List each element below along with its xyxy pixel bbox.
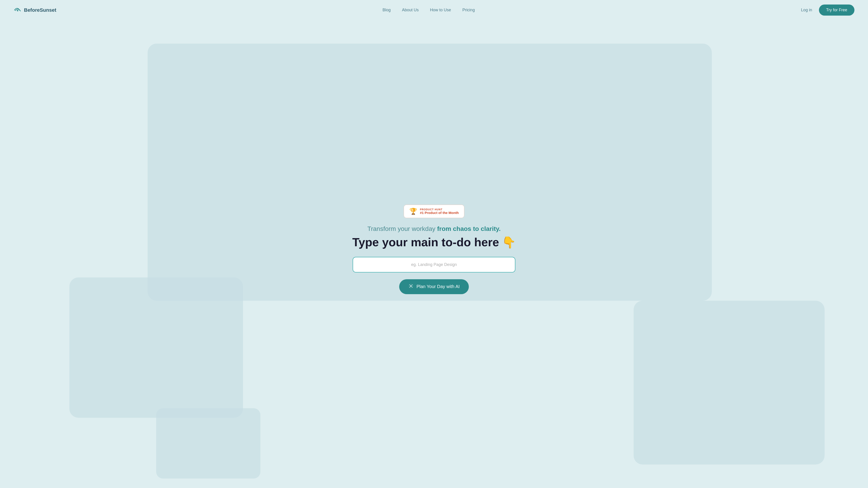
svg-point-0 [17, 10, 18, 11]
svg-point-1 [410, 285, 412, 287]
try-free-button[interactable]: Try for Free [819, 4, 855, 15]
plan-button-label: Plan Your Day with AI [416, 284, 460, 289]
headline-highlight: from chaos to clarity. [437, 225, 501, 232]
plan-button-icon [408, 283, 414, 290]
badge-title: #1 Product of the Month [420, 211, 459, 215]
headline-main: Type your main to-do here 👇 [352, 235, 516, 250]
nav-item-how-to-use[interactable]: How to Use [430, 8, 451, 12]
blob-right [633, 301, 825, 464]
nav-item-pricing[interactable]: Pricing [462, 8, 475, 12]
nav-item-about[interactable]: About Us [402, 8, 418, 12]
headline: Transform your workday from chaos to cla… [352, 225, 516, 250]
nav-links: Blog About Us How to Use Pricing [382, 8, 475, 12]
headline-top-text: Transform your workday [367, 225, 435, 232]
nav-link-pricing[interactable]: Pricing [462, 8, 475, 12]
nav-link-blog[interactable]: Blog [382, 8, 391, 12]
plan-day-button[interactable]: Plan Your Day with AI [399, 279, 469, 294]
headline-main-text: Type your main to-do here [352, 235, 499, 250]
logo-link[interactable]: BeforeSunset [13, 7, 56, 13]
blob-bottom-left [156, 408, 260, 479]
hero-section: 🏆 PRODUCT HUNT #1 Product of the Month T… [0, 20, 868, 488]
nav-link-about[interactable]: About Us [402, 8, 418, 12]
todo-input[interactable] [352, 257, 515, 272]
badge-label: PRODUCT HUNT [420, 208, 459, 211]
blob-left [69, 278, 243, 418]
logo-icon [13, 7, 22, 13]
login-link[interactable]: Log in [801, 8, 812, 12]
nav-actions: Log in Try for Free [801, 4, 855, 15]
point-down-emoji: 👇 [502, 235, 516, 250]
product-hunt-badge: 🏆 PRODUCT HUNT #1 Product of the Month [404, 205, 465, 218]
headline-top: Transform your workday from chaos to cla… [352, 225, 516, 233]
badge-text-container: PRODUCT HUNT #1 Product of the Month [420, 208, 459, 215]
brand-name: BeforeSunset [24, 7, 56, 13]
navbar: BeforeSunset Blog About Us How to Use Pr… [0, 0, 868, 20]
hero-content: 🏆 PRODUCT HUNT #1 Product of the Month T… [332, 205, 536, 294]
nav-item-blog[interactable]: Blog [382, 8, 391, 12]
nav-link-how-to-use[interactable]: How to Use [430, 8, 451, 12]
trophy-emoji: 🏆 [409, 207, 417, 215]
